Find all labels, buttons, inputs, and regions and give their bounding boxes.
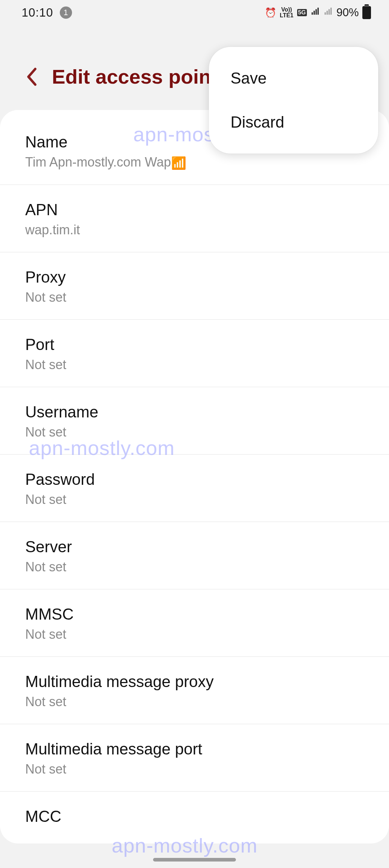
menu-discard[interactable]: Discard: [209, 100, 378, 144]
field-username[interactable]: Username Not set: [0, 387, 389, 455]
battery-percentage: 90%: [336, 6, 359, 19]
page-title: Edit access point: [52, 65, 218, 88]
lte-indicator: LTE1: [280, 13, 294, 18]
field-label: Multimedia message port: [25, 740, 364, 758]
alarm-icon: ⏰: [265, 7, 276, 18]
field-label: Multimedia message proxy: [25, 673, 364, 691]
field-mcc[interactable]: MCC: [0, 792, 389, 843]
signal-emoji-icon: 📶: [171, 156, 186, 170]
status-left: 10:10 1: [22, 6, 72, 19]
chevron-left-icon: [25, 67, 37, 87]
volte-icon: Vo)): [281, 7, 292, 13]
field-mms-port[interactable]: Multimedia message port Not set: [0, 724, 389, 792]
field-value: Tim Apn-mostly.com Wap📶: [25, 155, 364, 170]
settings-scroll[interactable]: Name Tim Apn-mostly.com Wap📶 APN wap.tim…: [0, 110, 389, 868]
settings-card: Name Tim Apn-mostly.com Wap📶 APN wap.tim…: [0, 110, 389, 843]
signal-bars-icon-2: [323, 7, 333, 19]
field-label: MCC: [25, 807, 364, 825]
field-value: Not set: [25, 425, 364, 440]
notification-count-badge: 1: [60, 6, 72, 19]
field-value: Not set: [25, 627, 364, 642]
field-label: Port: [25, 336, 364, 354]
field-proxy[interactable]: Proxy Not set: [0, 252, 389, 320]
field-value: Not set: [25, 559, 364, 575]
field-mmsc[interactable]: MMSC Not set: [0, 589, 389, 657]
field-password[interactable]: Password Not set: [0, 455, 389, 522]
status-bar: 10:10 1 ⏰ Vo)) LTE1 5G 90%: [0, 0, 389, 25]
field-label: Server: [25, 538, 364, 556]
field-label: APN: [25, 201, 364, 219]
field-value: wap.tim.it: [25, 222, 364, 238]
field-server[interactable]: Server Not set: [0, 522, 389, 589]
field-port[interactable]: Port Not set: [0, 320, 389, 387]
field-value: Not set: [25, 492, 364, 507]
battery-icon: [362, 6, 371, 19]
field-value: Not set: [25, 762, 364, 777]
menu-save[interactable]: Save: [209, 56, 378, 100]
field-value: Not set: [25, 694, 364, 709]
back-button[interactable]: [25, 67, 37, 87]
field-value: Not set: [25, 290, 364, 305]
field-label: MMSC: [25, 605, 364, 623]
field-value: Not set: [25, 357, 364, 372]
overflow-menu: Save Discard: [209, 47, 378, 154]
status-right: ⏰ Vo)) LTE1 5G 90%: [265, 6, 371, 19]
network-5g-icon: 5G: [297, 9, 307, 16]
signal-bars-icon: [310, 7, 320, 19]
field-label: Username: [25, 403, 364, 421]
field-mms-proxy[interactable]: Multimedia message proxy Not set: [0, 657, 389, 724]
field-label: Password: [25, 470, 364, 488]
field-apn[interactable]: APN wap.tim.it: [0, 185, 389, 252]
field-label: Proxy: [25, 268, 364, 286]
nav-handle[interactable]: [153, 858, 236, 862]
status-time: 10:10: [22, 6, 53, 19]
